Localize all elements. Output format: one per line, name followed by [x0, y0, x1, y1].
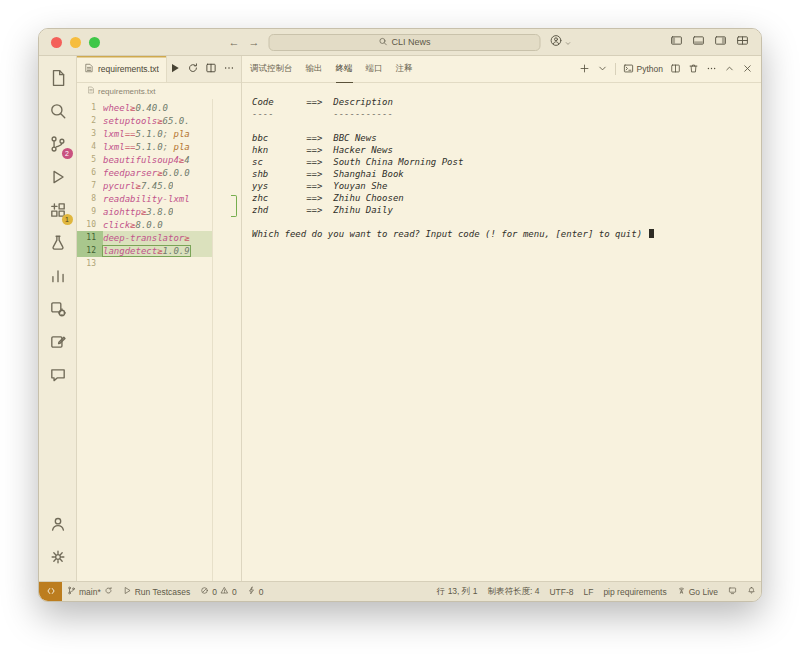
- titlebar-center: ← → CLI News: [229, 29, 572, 55]
- tab-size-indicator[interactable]: 制表符长度: 4: [482, 582, 544, 601]
- terminal-output[interactable]: Code ==> Description---- -----------bbc …: [242, 83, 761, 581]
- code-text: deep-translator≥: [103, 233, 190, 243]
- more-actions-icon[interactable]: [706, 60, 717, 78]
- more-actions-icon[interactable]: [223, 60, 235, 78]
- code-line[interactable]: 8readability-lxml: [77, 192, 212, 205]
- tab-requirements-txt[interactable]: requirements.txt: [77, 56, 167, 82]
- account-icon: [550, 33, 563, 51]
- eol-indicator[interactable]: LF: [578, 582, 598, 601]
- line-number: 7: [77, 179, 103, 192]
- ports-status[interactable]: 0: [242, 582, 269, 601]
- activity-run-debug[interactable]: [43, 162, 73, 195]
- code-line[interactable]: 6feedparser≥6.0.0: [77, 166, 212, 179]
- vscode-window: ← → CLI News: [38, 28, 762, 602]
- kill-terminal-icon[interactable]: [688, 60, 699, 78]
- toggle-panel-icon[interactable]: [692, 33, 705, 51]
- activity-source-control[interactable]: 2: [43, 129, 73, 162]
- error-count: 0: [212, 587, 217, 597]
- close-panel-icon[interactable]: [742, 60, 753, 78]
- problems-status[interactable]: 0 0: [195, 582, 241, 601]
- activity-testing[interactable]: [43, 228, 73, 261]
- close-window-button[interactable]: [51, 37, 62, 48]
- run-debug-icon: [49, 168, 67, 190]
- activity-profiler[interactable]: [43, 261, 73, 294]
- panel-tab-comments[interactable]: 注释: [396, 56, 413, 83]
- toggle-primary-sidebar-icon[interactable]: [670, 33, 683, 51]
- history-forward-icon[interactable]: →: [249, 36, 260, 48]
- terminal-line: yys ==> Youyan She: [252, 180, 755, 192]
- activity-explorer[interactable]: [43, 63, 73, 96]
- customize-layout-icon[interactable]: [736, 33, 749, 51]
- editor[interactable]: 1wheel≥0.40.02setuptools≥65.0.3lxml==5.1…: [77, 99, 241, 581]
- search-icon: [49, 102, 67, 124]
- activity-remote-explorer[interactable]: [43, 294, 73, 327]
- beaker-icon: [49, 234, 67, 256]
- code-line[interactable]: 7pycurl≥7.45.0: [77, 179, 212, 192]
- run-testcases-button[interactable]: Run Testcases: [118, 582, 196, 601]
- gear-icon: [49, 548, 67, 570]
- command-center[interactable]: CLI News: [269, 34, 541, 51]
- line-number: 4: [77, 140, 103, 153]
- screen-status[interactable]: [723, 582, 742, 601]
- extensions-badge: 1: [62, 214, 73, 225]
- line-number: 1: [77, 101, 103, 114]
- editor-tab-bar: requirements.txt: [77, 56, 241, 83]
- account-menu[interactable]: [550, 33, 572, 51]
- panel-tab-output[interactable]: 输出: [306, 56, 323, 83]
- breadcrumb[interactable]: requirements.txt: [77, 83, 241, 99]
- go-live-button[interactable]: Go Live: [672, 582, 723, 601]
- terminal-tab-python[interactable]: Python: [623, 63, 663, 76]
- activity-notebook[interactable]: [43, 327, 73, 360]
- code-line[interactable]: 13: [77, 257, 212, 270]
- terminal-profile-dropdown-icon[interactable]: [597, 60, 608, 78]
- code-line[interactable]: 4lxml==5.1.0; pla: [77, 140, 212, 153]
- panel-tab-debug-console[interactable]: 调试控制台: [250, 56, 293, 83]
- chevron-down-icon: [565, 33, 572, 51]
- code-line[interactable]: 2setuptools≥65.0.: [77, 114, 212, 127]
- terminal-line: zhd ==> Zhihu Daily: [252, 204, 755, 216]
- encoding-indicator[interactable]: UTF-8: [544, 582, 578, 601]
- code-line[interactable]: 11deep-translator≥: [77, 231, 212, 244]
- activity-search[interactable]: [43, 96, 73, 129]
- code-line[interactable]: 5beautifulsoup4≥4: [77, 153, 212, 166]
- remote-indicator[interactable]: [39, 582, 62, 601]
- activity-extensions[interactable]: 1: [43, 195, 73, 228]
- split-terminal-icon[interactable]: [670, 60, 681, 78]
- run-python-file-icon[interactable]: [169, 60, 181, 78]
- toggle-secondary-sidebar-icon[interactable]: [714, 33, 727, 51]
- chat-icon: [49, 366, 67, 388]
- tab-label: requirements.txt: [98, 64, 159, 74]
- code-line[interactable]: 1wheel≥0.40.0: [77, 101, 212, 114]
- overview-ruler[interactable]: [212, 99, 241, 581]
- minimize-window-button[interactable]: [70, 37, 81, 48]
- code-text: feedparser≥6.0.0: [103, 168, 190, 178]
- code-text: setuptools≥65.0.: [103, 116, 190, 126]
- activity-settings[interactable]: [43, 542, 73, 575]
- notifications[interactable]: [742, 582, 761, 601]
- activity-comments[interactable]: [43, 360, 73, 393]
- code-text: click≥8.0.0: [103, 220, 163, 230]
- activity-bar: 2 1: [39, 56, 77, 581]
- maximize-panel-icon[interactable]: [724, 60, 735, 78]
- branch-status[interactable]: main*: [62, 582, 118, 601]
- cursor-position[interactable]: 行 13, 列 1: [432, 582, 483, 601]
- play-icon: [123, 586, 132, 597]
- titlebar: ← → CLI News: [39, 29, 761, 56]
- zoom-window-button[interactable]: [89, 37, 100, 48]
- bar-chart-icon: [49, 267, 67, 289]
- split-editor-icon[interactable]: [205, 60, 217, 78]
- code-line[interactable]: 9aiohttp≥3.8.0: [77, 205, 212, 218]
- panel-tab-ports[interactable]: 端口: [366, 56, 383, 83]
- code-line[interactable]: 10click≥8.0.0: [77, 218, 212, 231]
- broadcast-icon: [677, 586, 686, 597]
- rerun-icon[interactable]: [187, 60, 199, 78]
- new-terminal-icon[interactable]: [579, 60, 590, 78]
- branch-name: main*: [79, 587, 101, 597]
- panel-tab-terminal[interactable]: 终端: [336, 56, 353, 83]
- code-line[interactable]: 3lxml==5.1.0; pla: [77, 127, 212, 140]
- language-mode-indicator[interactable]: pip requirements: [598, 582, 671, 601]
- history-back-icon[interactable]: ←: [229, 36, 240, 48]
- code-line[interactable]: 12langdetect≥1.0.9: [77, 244, 212, 257]
- error-icon: [200, 586, 209, 597]
- activity-accounts[interactable]: [43, 509, 73, 542]
